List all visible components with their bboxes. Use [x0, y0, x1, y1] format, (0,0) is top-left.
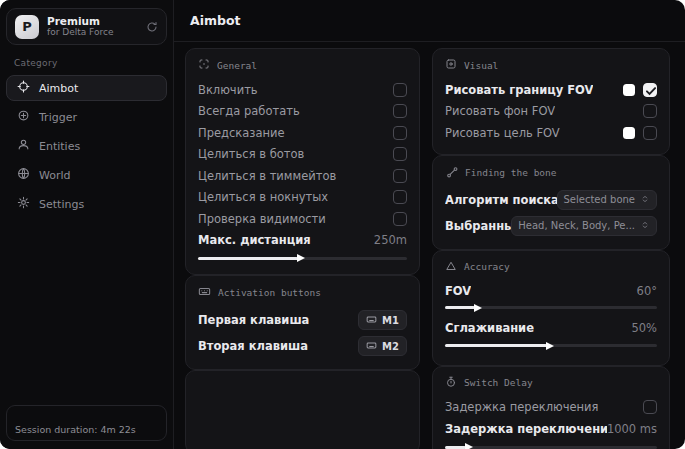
switch-delay-ms-row: Задержка переключения (мс) 1000 ms: [445, 418, 657, 440]
scan-icon: [198, 58, 210, 72]
toggle-row-prediction: Предсказание: [198, 122, 407, 144]
checkbox[interactable]: [393, 169, 407, 183]
sidebar-item-world[interactable]: World: [6, 162, 167, 188]
slider-thumb[interactable]: [546, 342, 554, 350]
panel-delay-title: Switch Delay: [445, 376, 657, 390]
bone-icon: [445, 165, 458, 180]
slider-thumb[interactable]: [465, 443, 473, 449]
max-distance-slider[interactable]: [198, 252, 407, 264]
switch-delay-value: 1000 ms: [607, 422, 657, 436]
fov-slider[interactable]: [445, 302, 657, 314]
slider-thumb[interactable]: [474, 304, 482, 312]
panel-activation-buttons: Activation buttons Первая клавиша M1 Вто…: [185, 275, 420, 370]
max-distance-row: Макс. дистанция 250m: [198, 230, 407, 252]
color-swatch[interactable]: [623, 127, 635, 139]
selected-bones-row: Выбранные кости Head, Neck, Body, Pe...: [445, 213, 657, 239]
sidebar-item-label: Trigger: [39, 111, 77, 124]
brand-subtitle: for Delta Force: [47, 27, 138, 37]
page-title: Aimbot: [190, 13, 241, 28]
panel-bone-title: Finding the bone: [445, 165, 657, 180]
slider-thumb[interactable]: [297, 254, 305, 262]
second-key-button[interactable]: M2: [358, 336, 407, 356]
panel-visual: Visual Рисовать границу FOV Рисовать фон…: [432, 48, 670, 155]
checkbox[interactable]: [393, 190, 407, 204]
category-label: Category: [14, 58, 159, 68]
panel-accuracy-title: Accuracy: [445, 260, 657, 274]
draw-fov-border-row: Рисовать границу FOV: [445, 79, 657, 101]
draw-fov-background-row: Рисовать фон FOV: [445, 101, 657, 123]
second-key-row: Вторая клавиша M2: [198, 333, 407, 359]
panel-finding-bone: Finding the bone Алгоритм поиска кости S…: [432, 155, 670, 250]
chevrons-up-down-icon: [640, 194, 650, 206]
globe-icon: [17, 167, 30, 183]
bone-algorithm-select[interactable]: Selected bone: [557, 190, 657, 210]
sidebar: P Premium for Delta Force Category Aimbo…: [0, 0, 174, 449]
checkbox[interactable]: [393, 126, 407, 140]
switch-delay-toggle-row: Задержка переключения: [445, 397, 657, 419]
keyboard-icon: [366, 340, 377, 353]
toggle-row-target-knocked: Целиться в нокнутых: [198, 187, 407, 209]
panel-general-title: General: [198, 58, 407, 72]
main-header: Aimbot: [174, 0, 685, 42]
first-key-button[interactable]: M1: [358, 310, 407, 330]
draw-fov-target-row: Рисовать цель FOV: [445, 122, 657, 144]
app-window: P Premium for Delta Force Category Aimbo…: [0, 0, 685, 449]
keyboard-icon: [198, 285, 211, 300]
panel-accuracy: Accuracy FOV 60° Сглаживание: [432, 250, 670, 366]
sidebar-item-aimbot[interactable]: Aimbot: [6, 75, 167, 101]
toggle-row-enable: Включить: [198, 79, 407, 101]
checkbox[interactable]: [393, 104, 407, 118]
refresh-icon[interactable]: [146, 21, 158, 33]
sidebar-item-label: Settings: [39, 198, 84, 211]
panel-switch-delay: Switch Delay Задержка переключения Задер…: [432, 366, 670, 449]
entities-icon: [17, 138, 30, 154]
checkbox[interactable]: [643, 400, 657, 414]
checkbox[interactable]: [643, 83, 657, 97]
toggle-row-target-bots: Целиться в ботов: [198, 144, 407, 166]
eye-icon: [445, 58, 457, 72]
triangle-icon: [445, 260, 457, 274]
toggle-row-target-teammates: Целиться в тиммейтов: [198, 165, 407, 187]
sidebar-item-settings[interactable]: Settings: [6, 191, 167, 217]
brand-card: P Premium for Delta Force: [6, 8, 167, 45]
chevrons-up-down-icon: [640, 220, 650, 232]
brand-title: Premium: [47, 15, 138, 27]
bone-algorithm-row: Алгоритм поиска кости Selected bone: [445, 187, 657, 213]
smoothing-slider-group: Сглаживание 50%: [445, 317, 657, 352]
gear-icon: [17, 196, 30, 212]
color-swatch[interactable]: [623, 84, 635, 96]
trigger-icon: [17, 109, 30, 125]
fov-slider-group: FOV 60°: [445, 281, 657, 314]
selected-bones-select[interactable]: Head, Neck, Body, Pe...: [511, 216, 657, 236]
sidebar-item-entities[interactable]: Entities: [6, 133, 167, 159]
fov-value: 60°: [637, 284, 657, 298]
toggle-row-always-work: Всегда работать: [198, 101, 407, 123]
panel-visual-title: Visual: [445, 58, 657, 72]
checkbox[interactable]: [393, 212, 407, 226]
sidebar-item-label: World: [39, 169, 71, 182]
checkbox[interactable]: [643, 104, 657, 118]
checkbox[interactable]: [393, 83, 407, 97]
panel-general: General Включить Всегда работать Предска…: [185, 48, 420, 275]
main-area: Aimbot General Включить Всегда работать: [174, 0, 685, 449]
max-distance-value: 250m: [374, 233, 407, 247]
stopwatch-icon: [445, 376, 457, 390]
brand-logo: P: [15, 15, 39, 39]
sidebar-item-label: Aimbot: [39, 82, 78, 95]
sidebar-item-label: Entities: [39, 140, 80, 153]
smoothing-value: 50%: [631, 321, 657, 335]
panel-activation-title: Activation buttons: [198, 285, 407, 300]
session-duration: Session duration: 4m 22s: [6, 405, 167, 441]
sidebar-item-trigger[interactable]: Trigger: [6, 104, 167, 130]
smoothing-slider[interactable]: [445, 340, 657, 352]
checkbox[interactable]: [393, 147, 407, 161]
panel-empty: [185, 370, 420, 449]
first-key-row: Первая клавиша M1: [198, 307, 407, 333]
switch-delay-slider[interactable]: [445, 441, 657, 449]
checkbox[interactable]: [643, 126, 657, 140]
toggle-row-visibility-check: Проверка видимости: [198, 208, 407, 230]
crosshair-icon: [17, 80, 30, 96]
keyboard-icon: [366, 314, 377, 327]
